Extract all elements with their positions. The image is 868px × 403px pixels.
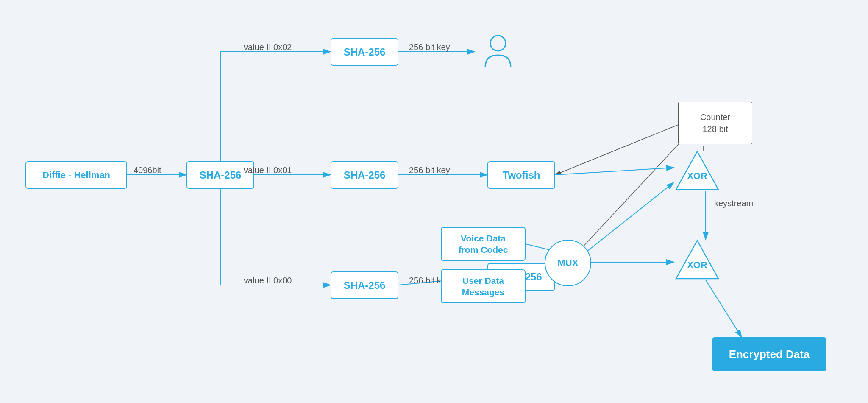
svg-line-18 xyxy=(706,280,742,337)
key-mid-label: 256 bit key xyxy=(409,165,450,175)
bit4096-label: 4096bit xyxy=(134,165,161,175)
sha256-bot-box: SHA-256 xyxy=(331,271,398,299)
svg-text:XOR: XOR xyxy=(687,260,707,270)
sha256-main-label: SHA-256 xyxy=(200,169,242,181)
value-bot-label: value II 0x00 xyxy=(244,276,292,285)
sha256-mid-box: SHA-256 xyxy=(331,161,398,189)
encrypted-data-label: Encrypted Data xyxy=(729,348,810,361)
key-top-label: 256 bit key xyxy=(409,42,450,52)
sha256-top-box: SHA-256 xyxy=(331,38,398,66)
xor1-symbol: XOR xyxy=(674,149,721,193)
diffie-hellman-box: Diffie - Hellman xyxy=(25,161,127,189)
twofish-box: Twofish xyxy=(487,161,555,189)
svg-line-9 xyxy=(555,123,682,175)
mux-circle: MUX xyxy=(545,240,591,286)
diffie-hellman-label: Diffie - Hellman xyxy=(42,170,110,181)
encrypted-data-box: Encrypted Data xyxy=(712,337,826,371)
sha256-mid-label: SHA-256 xyxy=(344,169,386,181)
counter-label: Counter128 bit xyxy=(700,111,730,135)
user-data-box: User DataMessages xyxy=(441,269,526,303)
svg-point-22 xyxy=(490,36,506,51)
value-mid-label: value II 0x01 xyxy=(244,165,292,175)
keystream-label: keystream xyxy=(714,199,753,208)
diagram: Diffie - Hellman 4096bit SHA-256 value I… xyxy=(0,0,868,403)
person-icon xyxy=(483,34,513,73)
voice-data-label: Voice Datafrom Codec xyxy=(459,232,508,256)
mux-label: MUX xyxy=(558,257,579,269)
counter-box: Counter128 bit xyxy=(678,102,752,144)
twofish-label: Twofish xyxy=(503,169,540,181)
voice-data-box: Voice Datafrom Codec xyxy=(441,227,526,261)
xor2-symbol: XOR xyxy=(674,238,721,283)
svg-text:XOR: XOR xyxy=(687,171,707,181)
svg-line-12 xyxy=(555,168,674,175)
sha256-bot-label: SHA-256 xyxy=(344,280,386,291)
value-top-label: value II 0x02 xyxy=(244,42,292,52)
user-data-label: User DataMessages xyxy=(462,275,504,298)
sha256-top-label: SHA-256 xyxy=(344,46,386,58)
